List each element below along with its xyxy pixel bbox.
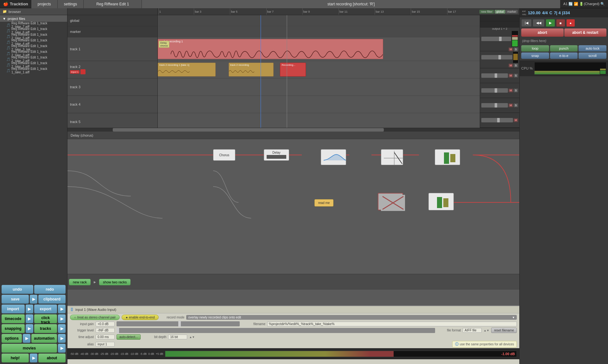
gain-slider-thumb[interactable] xyxy=(178,321,181,327)
scroll-button[interactable]: scroll xyxy=(579,52,606,59)
track5-fader-knob[interactable] xyxy=(495,103,497,108)
movies-arrow[interactable]: ▶ xyxy=(58,344,66,353)
track2-row[interactable]: track 2 recording 1 [take 1] track 2 rec… xyxy=(158,61,480,78)
etoe-button[interactable]: e-to-e xyxy=(550,52,578,59)
record-mode-dropdown[interactable]: overlay newly recorded clips onto edit ▼ xyxy=(186,315,517,320)
record-button-top[interactable]: start recording [shortcut: 'R'] xyxy=(142,0,560,8)
enable-end-to-end-toggle[interactable]: ● enable end-to-end xyxy=(122,315,159,320)
key-display[interactable]: C xyxy=(549,10,552,15)
track1-row[interactable]: track 1 recording 1 Delaychorus xyxy=(158,37,480,61)
snap-button[interactable]: snap xyxy=(521,52,549,59)
auto-detect-button[interactable]: auto-detect... xyxy=(117,334,141,340)
track3-row[interactable] xyxy=(158,78,480,96)
snapping-arrow[interactable]: ▶ xyxy=(26,324,33,333)
record-button[interactable]: ● xyxy=(566,19,575,27)
scrollbar-thumb[interactable] xyxy=(113,128,384,132)
new-rack-button[interactable]: new rack xyxy=(69,279,91,285)
solo-button-track3[interactable]: S xyxy=(514,74,518,77)
save-button[interactable]: save xyxy=(2,295,29,304)
track4-fader[interactable] xyxy=(481,88,508,93)
project-files-header[interactable]: ▼ project files xyxy=(0,15,67,22)
volume-plugin[interactable] xyxy=(381,149,403,165)
track4-fader-knob[interactable] xyxy=(495,88,497,93)
loop-button[interactable]: loop xyxy=(521,45,549,52)
mute-button-track2[interactable]: M xyxy=(509,64,513,67)
delay-plugin[interactable]: Delay xyxy=(264,149,289,161)
track2-clip3[interactable]: Recording... xyxy=(280,63,306,77)
help-arrow[interactable]: ▶ xyxy=(30,354,37,362)
tracks-arrow[interactable]: ▶ xyxy=(58,324,66,333)
mute-button-track6[interactable]: M xyxy=(514,118,518,122)
output-volume-plugin[interactable] xyxy=(435,149,460,165)
track1-clip1[interactable]: track 1 recording 1 Delaychorus xyxy=(158,39,383,59)
import-arrow[interactable]: ▶ xyxy=(26,305,33,313)
save-arrow[interactable]: ▶ xyxy=(30,295,37,304)
trigger-slider[interactable] xyxy=(117,328,435,333)
automation-arrow[interactable]: ▶ xyxy=(58,334,66,343)
bit-depth-arrow[interactable]: ▲▼ xyxy=(189,336,195,339)
clipboard-button[interactable]: clipboard xyxy=(38,295,66,304)
note-plugin[interactable]: read me xyxy=(314,199,333,207)
import-button[interactable]: import xyxy=(2,305,25,313)
file-format-arrow[interactable]: ▲▼ xyxy=(484,329,489,332)
about-button[interactable]: about xyxy=(38,354,66,362)
automation-button[interactable]: automation xyxy=(31,334,57,343)
mute-button-track1[interactable]: M xyxy=(509,47,513,51)
undo-button[interactable]: undo xyxy=(2,285,33,294)
delay-knob[interactable] xyxy=(267,155,286,159)
timecode-button[interactable]: timecode xyxy=(2,314,25,323)
projects-tab[interactable]: projects xyxy=(31,0,58,8)
track1-fader-knob[interactable] xyxy=(499,37,502,41)
redo-button[interactable]: redo xyxy=(34,285,66,294)
track4-row[interactable] xyxy=(158,96,480,113)
track3-fader-knob[interactable] xyxy=(495,73,497,78)
show-two-racks-button[interactable]: show two racks xyxy=(99,279,130,285)
stereo-pair-toggle[interactable]: ○ treat as stereo channel pair xyxy=(70,315,120,320)
track2-fader-knob[interactable] xyxy=(498,55,501,59)
mute-button-track3[interactable]: M xyxy=(509,74,513,77)
solo-button-track5[interactable]: S xyxy=(514,103,518,107)
track2-arm-button[interactable] xyxy=(80,69,86,74)
track6-fader-knob[interactable] xyxy=(497,118,500,122)
timeline-scrollbar[interactable] xyxy=(67,128,519,132)
abort-button[interactable]: abort xyxy=(521,28,564,37)
track6-fader[interactable] xyxy=(481,118,513,122)
global-tab[interactable]: global xyxy=(495,10,505,14)
timeline-ruler[interactable]: 1 bar 3 bar 5 bar 7 bar 9 bar 11 bar 13 … xyxy=(158,8,519,15)
timecode-arrow[interactable]: ▶ xyxy=(26,314,33,323)
trigger-slider-thumb[interactable] xyxy=(117,327,119,334)
abort-restart-button[interactable]: abort & restart xyxy=(564,28,607,37)
filename-input[interactable] xyxy=(267,322,517,326)
track5-row[interactable] xyxy=(158,113,480,128)
track2-fader[interactable] xyxy=(481,55,512,59)
solo-button-track4[interactable]: S xyxy=(514,89,518,92)
list-item[interactable]: 🎵Reg Riffware Edit 1_track 1_take_1.aiff xyxy=(0,68,67,73)
play-button[interactable]: ▶ xyxy=(546,19,555,27)
click-track-button[interactable]: click track xyxy=(34,314,57,323)
browser-header[interactable]: 📁 browser xyxy=(0,8,67,15)
track3-fader[interactable] xyxy=(481,73,508,78)
export-button[interactable]: export xyxy=(34,305,57,313)
new-filter-button[interactable]: new filter xyxy=(479,10,494,14)
same-props-checkbox[interactable]: ⓘ use the same properties for all device… xyxy=(452,341,517,348)
settings-tab[interactable]: settings xyxy=(58,0,84,8)
auto-lock-button[interactable]: auto lock xyxy=(579,45,606,52)
input-gain-slider[interactable] xyxy=(117,321,240,326)
mute-button-track4[interactable]: M xyxy=(509,89,513,92)
disabled-plugin[interactable] xyxy=(378,193,403,210)
options-arrow[interactable]: ▶ xyxy=(23,334,30,343)
rewind-button[interactable]: ◀◀ xyxy=(533,19,545,27)
clicktrack-arrow[interactable]: ▶ xyxy=(58,314,66,323)
marker-tab[interactable]: marker xyxy=(506,10,518,14)
export-arrow[interactable]: ▶ xyxy=(58,305,66,313)
mute-button-track5[interactable]: M xyxy=(509,103,513,107)
solo-button-track1[interactable]: S xyxy=(514,47,518,51)
punch-button[interactable]: punch xyxy=(550,45,578,52)
edit-tab[interactable]: Reg Riffware Edit 1 xyxy=(84,0,142,8)
track2-clip1[interactable]: track 2 recording 1 [take 1] xyxy=(158,63,216,77)
track1-fader[interactable] xyxy=(481,37,511,41)
tracks-button[interactable]: tracks xyxy=(34,324,57,333)
snapping-button[interactable]: snapping xyxy=(2,324,25,333)
reset-filename-button[interactable]: reset filename xyxy=(491,328,517,333)
solo-button-track2[interactable]: S xyxy=(514,64,518,67)
